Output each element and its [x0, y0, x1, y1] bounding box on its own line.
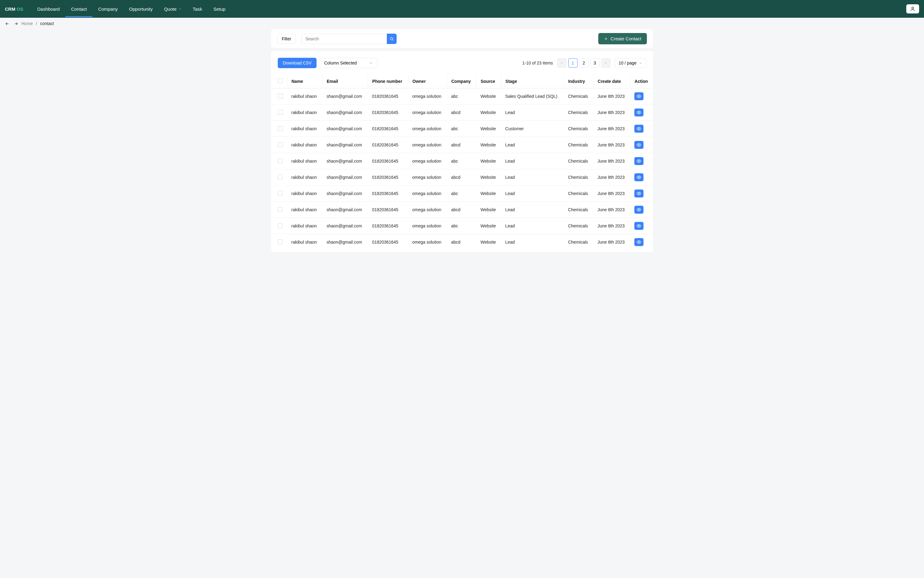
- row-checkbox[interactable]: [278, 142, 283, 147]
- table-top-left: Download CSV Column Selected: [278, 58, 378, 68]
- row-checkbox[interactable]: [278, 110, 283, 115]
- cell: abcd: [447, 202, 477, 218]
- cell: June 8th 2023: [593, 185, 631, 202]
- table-row: rakibul shaonshaon@gmail.com01820361645o…: [271, 88, 653, 104]
- row-checkbox[interactable]: [278, 191, 283, 196]
- view-button[interactable]: [634, 222, 644, 230]
- row-checkbox[interactable]: [278, 175, 283, 179]
- view-button[interactable]: [634, 238, 644, 246]
- table-body: rakibul shaonshaon@gmail.com01820361645o…: [271, 88, 653, 250]
- filter-button[interactable]: Filter: [277, 34, 296, 44]
- row-checkbox[interactable]: [278, 223, 283, 228]
- cell: 01820361645: [368, 104, 408, 121]
- view-button[interactable]: [634, 190, 644, 198]
- table-top: Download CSV Column Selected 1-10 of 23 …: [271, 58, 653, 74]
- view-button[interactable]: [634, 173, 644, 181]
- cell: June 8th 2023: [593, 121, 631, 137]
- table-row: rakibul shaonshaon@gmail.com01820361645o…: [271, 169, 653, 185]
- page-3-button[interactable]: 3: [590, 58, 600, 68]
- create-contact-button[interactable]: Create Contact: [598, 33, 647, 44]
- per-page-dropdown[interactable]: 10 / page: [615, 58, 646, 68]
- cell: June 8th 2023: [593, 104, 631, 121]
- cell: omega solution: [408, 153, 447, 169]
- cell: Website: [477, 137, 501, 153]
- view-button[interactable]: [634, 157, 644, 165]
- view-button[interactable]: [634, 141, 644, 149]
- svg-point-1: [390, 37, 392, 40]
- table-top-right: 1-10 of 23 items 123 10 / page: [522, 58, 646, 68]
- page-1-button[interactable]: 1: [568, 58, 577, 68]
- arrow-left-icon: [5, 21, 10, 26]
- cell: abcd: [447, 137, 477, 153]
- cell: Chemicals: [564, 104, 593, 121]
- column-selected-dropdown[interactable]: Column Selected: [319, 58, 378, 68]
- toolbar-card: Filter Create Contact: [271, 29, 653, 48]
- cell: Lead: [501, 218, 564, 234]
- row-checkbox[interactable]: [278, 94, 283, 98]
- back-button[interactable]: [5, 21, 10, 26]
- cell: shaon@gmail.com: [323, 104, 368, 121]
- select-all-checkbox[interactable]: [278, 78, 283, 83]
- view-button[interactable]: [634, 109, 644, 117]
- svg-point-9: [638, 209, 640, 210]
- row-checkbox[interactable]: [278, 126, 283, 131]
- page-prev-button[interactable]: [557, 58, 566, 68]
- cell: rakibul shaon: [287, 218, 323, 234]
- cell: omega solution: [408, 104, 447, 121]
- search-button[interactable]: [387, 34, 397, 44]
- nav-company[interactable]: Company: [92, 1, 123, 17]
- breadcrumb-home[interactable]: Home: [21, 21, 33, 26]
- col-company: Company: [447, 74, 477, 88]
- cell: shaon@gmail.com: [323, 137, 368, 153]
- nav-links: DashboardContactCompanyOpportunityQuoteT…: [32, 1, 231, 17]
- eye-icon: [637, 94, 641, 99]
- cell: June 8th 2023: [593, 218, 631, 234]
- forward-button[interactable]: [14, 21, 18, 26]
- cell: Chemicals: [564, 202, 593, 218]
- cell: 01820361645: [368, 218, 408, 234]
- nav-task[interactable]: Task: [187, 1, 208, 17]
- page-2-button[interactable]: 2: [579, 58, 588, 68]
- nav-opportunity[interactable]: Opportunity: [123, 1, 158, 17]
- search-icon: [389, 37, 394, 41]
- cell: shaon@gmail.com: [323, 234, 368, 250]
- breadcrumb-separator: /: [36, 21, 37, 26]
- cell: omega solution: [408, 234, 447, 250]
- svg-point-8: [638, 193, 640, 194]
- cell: Website: [477, 121, 501, 137]
- table-row: rakibul shaonshaon@gmail.com01820361645o…: [271, 104, 653, 121]
- chevron-left-icon: [560, 62, 563, 65]
- view-button[interactable]: [634, 206, 644, 214]
- cell: June 8th 2023: [593, 88, 631, 104]
- eye-icon: [637, 175, 641, 180]
- pager: 123: [557, 58, 611, 68]
- logo-crm: CRM: [5, 6, 15, 11]
- table-card: Download CSV Column Selected 1-10 of 23 …: [271, 51, 653, 252]
- column-selected-label: Column Selected: [324, 60, 357, 65]
- cell: abc: [447, 218, 477, 234]
- cell: Lead: [501, 153, 564, 169]
- profile-button[interactable]: [906, 4, 919, 13]
- eye-icon: [637, 110, 641, 115]
- row-checkbox[interactable]: [278, 239, 283, 244]
- cell: Chemicals: [564, 137, 593, 153]
- logo-os: OS: [16, 6, 23, 11]
- cell: omega solution: [408, 121, 447, 137]
- search-input[interactable]: [301, 34, 387, 44]
- svg-point-7: [638, 177, 640, 178]
- cell: June 8th 2023: [593, 137, 631, 153]
- nav-quote[interactable]: Quote: [159, 1, 187, 17]
- view-button[interactable]: [634, 125, 644, 133]
- table-row: rakibul shaonshaon@gmail.com01820361645o…: [271, 153, 653, 169]
- row-checkbox[interactable]: [278, 158, 283, 163]
- nav-setup[interactable]: Setup: [208, 1, 231, 17]
- nav-dashboard[interactable]: Dashboard: [32, 1, 65, 17]
- svg-point-11: [638, 242, 640, 243]
- download-csv-button[interactable]: Download CSV: [278, 58, 316, 68]
- nav-contact[interactable]: Contact: [65, 1, 92, 17]
- cell: omega solution: [408, 218, 447, 234]
- view-button[interactable]: [634, 92, 644, 100]
- row-checkbox[interactable]: [278, 207, 283, 212]
- page-next-button[interactable]: [601, 58, 611, 68]
- contacts-table: NameEmailPhone numberOwnerCompanySourceS…: [271, 74, 653, 250]
